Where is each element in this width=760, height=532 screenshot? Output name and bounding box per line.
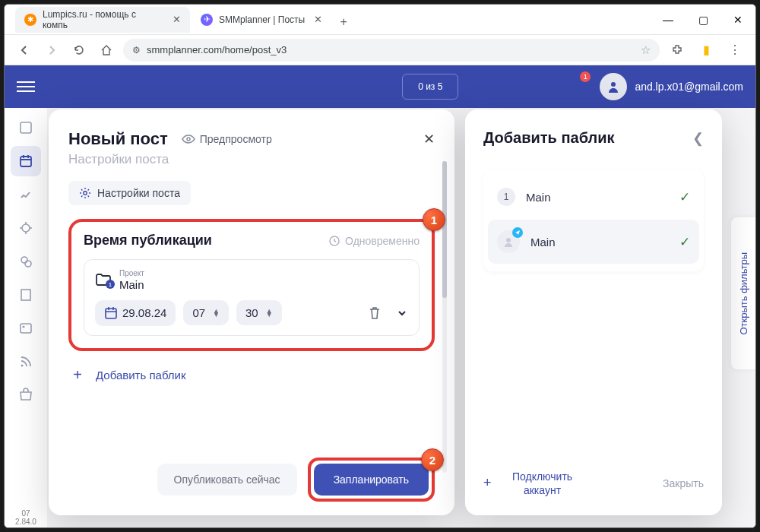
calendar-icon <box>104 306 118 320</box>
callout-2: 2 Запланировать <box>308 458 435 502</box>
connect-account-button[interactable]: + Подключить аккаунт <box>483 470 584 497</box>
gear-icon <box>79 187 91 199</box>
forward-button[interactable] <box>41 40 62 61</box>
avatar[interactable] <box>600 73 627 100</box>
svg-point-3 <box>22 224 30 232</box>
callout-1: 1 Время публикации Одновременно 1 <box>68 219 435 351</box>
favicon: ✈ <box>201 14 213 26</box>
close-dialog-button[interactable]: ✕ <box>423 131 435 147</box>
address-bar[interactable]: ⚙ smmplanner.com/home/post_v3 ☆ <box>123 39 660 62</box>
dialog-subtitle: Настройки поста <box>68 152 435 167</box>
post-settings-chip[interactable]: Настройки поста <box>68 181 191 205</box>
check-icon: ✓ <box>679 189 690 205</box>
delete-schedule-button[interactable] <box>369 306 381 320</box>
sidebar-item-templates[interactable] <box>11 280 41 310</box>
sidebar-item-analytics[interactable] <box>11 179 41 210</box>
reload-button[interactable] <box>68 40 90 61</box>
sidebar-item-publics[interactable] <box>11 246 41 277</box>
notifications-button[interactable]: 1 <box>565 73 592 100</box>
telegram-avatar <box>497 230 520 253</box>
open-filters-button[interactable]: Открыть фильтры <box>731 217 755 369</box>
expand-schedule-button[interactable] <box>396 307 408 319</box>
menu-toggle[interactable] <box>17 81 35 92</box>
new-tab-button[interactable]: + <box>333 11 354 33</box>
home-button[interactable] <box>96 40 117 61</box>
date-picker[interactable]: 29.08.24 <box>95 300 176 326</box>
svg-point-14 <box>506 238 511 242</box>
public-name: Main <box>526 191 669 204</box>
sidebar-item-dashboard[interactable] <box>11 112 41 143</box>
svg-point-0 <box>611 82 616 87</box>
svg-rect-2 <box>21 157 31 166</box>
publish-now-button[interactable]: Опубликовать сейчас <box>157 464 297 496</box>
preview-link[interactable]: Предпросмотр <box>182 132 272 146</box>
sidebar-item-media[interactable] <box>11 313 41 344</box>
bookmark-icon[interactable]: ☆ <box>641 43 651 57</box>
plus-icon: + <box>68 366 87 384</box>
callout-badge-2: 2 <box>421 448 444 471</box>
browser-window: ✱ Lumpics.ru - помощь с компь ✕ ✈ SMMpla… <box>4 4 756 528</box>
simultaneous-toggle[interactable]: Одновременно <box>328 235 420 247</box>
dialog-title: Новый пост <box>68 129 168 149</box>
minute-stepper[interactable]: 30 ▲▼ <box>236 300 282 325</box>
app-header: 0 из 5 1 and.lp.x01@gmail.com <box>5 65 755 108</box>
sidebar-item-rss[interactable] <box>11 347 41 377</box>
svg-point-9 <box>21 365 24 367</box>
publics-list: 1 Main ✓ Main ✓ <box>483 169 704 271</box>
add-public-button[interactable]: + Добавить паблик <box>68 366 435 384</box>
notif-badge: 1 <box>580 71 591 82</box>
public-row[interactable]: 1 Main ✓ <box>488 177 699 217</box>
clock-icon <box>328 235 340 247</box>
check-icon: ✓ <box>679 234 690 250</box>
public-name: Main <box>530 236 669 249</box>
browser-tab[interactable]: ✱ Lumpics.ru - помощь с компь ✕ <box>15 7 190 33</box>
profile-ext-icon[interactable]: ▮ <box>695 39 717 62</box>
plus-icon: + <box>483 475 492 491</box>
svg-rect-1 <box>21 122 31 133</box>
new-post-dialog: Новый пост Предпросмотр ✕ Настройки пост… <box>49 109 454 515</box>
sidebar-item-ai[interactable] <box>11 213 41 243</box>
eye-icon <box>182 132 195 146</box>
site-settings-icon[interactable]: ⚙ <box>132 45 141 55</box>
app-sidebar: 07 2.84.0 <box>5 108 47 528</box>
schedule-button[interactable]: Запланировать <box>314 464 429 496</box>
svg-point-11 <box>84 192 87 195</box>
hour-stepper[interactable]: 07 ▲▼ <box>183 300 229 325</box>
sidebar-item-calendar[interactable] <box>11 146 41 176</box>
telegram-badge-icon <box>512 227 523 238</box>
back-button[interactable] <box>14 40 35 61</box>
project-name: Main <box>119 278 144 291</box>
close-button[interactable]: Закрыть <box>663 477 704 489</box>
svg-point-5 <box>25 261 31 267</box>
close-window-button[interactable]: ✕ <box>720 5 755 35</box>
filters-label: Открыть фильтры <box>738 252 749 335</box>
close-tab-icon[interactable]: ✕ <box>314 14 322 25</box>
dialog-scrollbar[interactable] <box>442 161 447 473</box>
folder-icon: 1 <box>95 272 112 287</box>
version-info: 07 2.84.0 <box>15 505 36 528</box>
browser-tab[interactable]: ✈ SMMplanner | Посты ✕ <box>192 7 331 33</box>
svg-rect-6 <box>21 290 30 300</box>
user-email: and.lp.x01@gmail.com <box>635 81 743 93</box>
back-button[interactable]: ❮ <box>692 130 704 147</box>
svg-rect-13 <box>106 309 116 318</box>
dialog2-title: Добавить паблик <box>483 129 615 147</box>
sidebar-item-shop[interactable] <box>11 380 41 410</box>
svg-rect-7 <box>21 324 31 333</box>
section-title: Время публикации <box>84 233 212 249</box>
svg-point-10 <box>187 138 190 141</box>
svg-point-8 <box>23 326 25 328</box>
extensions-icon[interactable] <box>666 39 689 62</box>
stepper-icon: ▲▼ <box>266 309 273 316</box>
stepper-icon: ▲▼ <box>213 309 220 316</box>
svg-point-4 <box>21 257 27 263</box>
tab-title: SMMplanner | Посты <box>219 14 305 25</box>
add-public-dialog: Добавить паблик ❮ 1 Main ✓ Main ✓ <box>465 109 722 515</box>
app-viewport: 0 из 5 1 and.lp.x01@gmail.com 07 2.84.0 … <box>5 65 755 528</box>
close-tab-icon[interactable]: ✕ <box>173 14 181 25</box>
maximize-button[interactable]: ▢ <box>686 5 720 35</box>
minimize-button[interactable]: — <box>651 5 686 35</box>
menu-icon[interactable]: ⋮ <box>724 39 746 62</box>
public-row[interactable]: Main ✓ <box>488 220 699 264</box>
row-number: 1 <box>497 188 515 206</box>
